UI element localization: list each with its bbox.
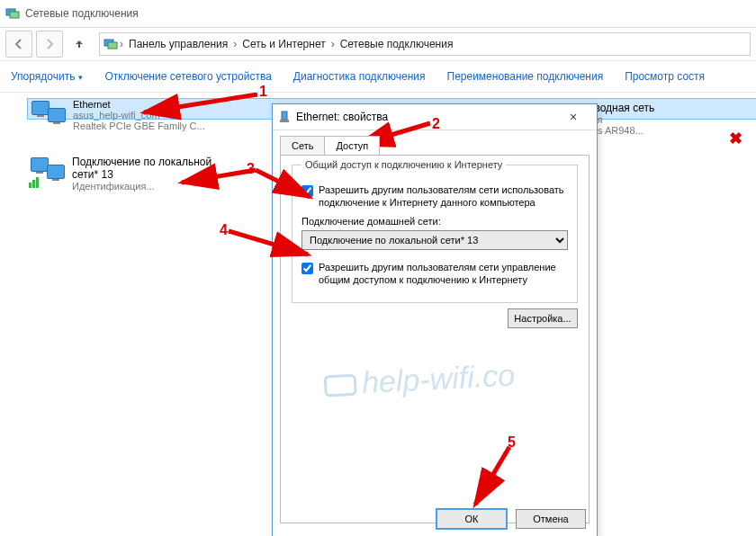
cancel-button[interactable]: Отмена	[516, 509, 586, 529]
window-title: Сетевые подключения	[25, 7, 139, 20]
allow-control-checkbox[interactable]	[302, 263, 313, 274]
toolbar: Упорядочить Отключение сетевого устройст…	[0, 61, 756, 93]
annotation-number: 2	[432, 116, 440, 132]
allow-control-label: Разрешить другим пользователям сети упра…	[319, 261, 568, 286]
tab-network[interactable]: Сеть	[280, 136, 325, 155]
svg-rect-1	[10, 12, 19, 18]
connection-device: Realtek PCIe GBE Family C...	[73, 121, 205, 131]
svg-rect-4	[29, 183, 32, 188]
breadcrumb-icon	[104, 37, 118, 51]
svg-rect-7	[282, 112, 287, 120]
allow-sharing-checkbox-row: Разрешить другим пользователям сети испо…	[302, 183, 568, 209]
allow-sharing-label: Разрешить другим пользователям сети испо…	[319, 183, 568, 209]
rename-button[interactable]: Переименование подключения	[447, 70, 604, 83]
chevron-right-icon: ›	[231, 38, 238, 50]
connection-subtext: asus_help-wifi_com	[73, 110, 205, 121]
up-button[interactable]	[67, 31, 92, 57]
annotation-number: 3	[247, 161, 255, 177]
connection-name: Подключение по локальной сети* 13	[72, 156, 225, 181]
diagnose-button[interactable]: Диагностика подключения	[293, 70, 426, 83]
view-status-button[interactable]: Просмотр состя	[625, 70, 705, 83]
svg-rect-3	[108, 42, 117, 49]
back-button[interactable]	[5, 31, 32, 58]
ok-button[interactable]: ОК	[436, 509, 507, 529]
disabled-x-icon: ✖	[729, 129, 745, 145]
breadcrumb-seg[interactable]: Сеть и Интернет	[238, 38, 328, 50]
connection-subtext: Идентификация...	[72, 181, 225, 192]
svg-rect-5	[32, 180, 35, 188]
connection-item-local13[interactable]: Подключение по локальной сети* 13 Иденти…	[27, 152, 241, 204]
breadcrumb-seg[interactable]: Сетевые подключения	[337, 38, 457, 50]
tab-panel-sharing: Общий доступ к подключению к Интернету Р…	[280, 155, 590, 523]
ics-group: Общий доступ к подключению к Интернету Р…	[292, 165, 578, 303]
connections-pane: Ethernet asus_help-wifi_com Realtek PCIe…	[0, 93, 756, 536]
dialog-tabs: Сеть Доступ	[273, 130, 597, 155]
home-network-label: Подключение домашней сети:	[302, 216, 568, 227]
network-adapter-icon	[32, 99, 68, 135]
home-network-select[interactable]: Подключение по локальной сети* 13	[302, 230, 568, 250]
disable-device-button[interactable]: Отключение сетевого устройства	[104, 70, 271, 83]
annotation-number: 5	[508, 434, 516, 451]
group-legend: Общий доступ к подключению к Интернету	[302, 159, 506, 170]
annotation-number: 4	[220, 222, 228, 238]
window-icon	[5, 6, 20, 21]
network-adapter-icon	[31, 156, 67, 192]
svg-rect-6	[36, 177, 39, 188]
forward-button[interactable]	[36, 31, 63, 58]
tab-sharing[interactable]: Доступ	[324, 136, 380, 155]
annotation-number: 1	[259, 84, 267, 100]
configure-button[interactable]: Настройка...	[508, 308, 578, 328]
close-button[interactable]: ×	[555, 110, 591, 124]
ethernet-icon	[278, 111, 291, 123]
organize-menu[interactable]: Упорядочить	[11, 70, 83, 83]
properties-dialog: Ethernet: свойства × Сеть Доступ Общий д…	[272, 103, 598, 536]
window-titlebar: Сетевые подключения	[0, 0, 756, 28]
allow-control-checkbox-row: Разрешить другим пользователям сети упра…	[302, 261, 568, 286]
connection-name: Ethernet	[73, 99, 205, 110]
dialog-title: Ethernet: свойства	[296, 111, 388, 123]
nav-row: › Панель управления › Сеть и Интернет › …	[0, 28, 756, 61]
breadcrumb-bar[interactable]: › Панель управления › Сеть и Интернет › …	[99, 32, 751, 56]
dialog-buttons: ОК Отмена	[436, 509, 586, 529]
chevron-right-icon: ›	[118, 38, 125, 50]
breadcrumb-seg[interactable]: Панель управления	[125, 38, 231, 50]
svg-rect-8	[280, 120, 289, 122]
allow-sharing-checkbox[interactable]	[302, 185, 313, 197]
chevron-right-icon: ›	[329, 38, 337, 50]
